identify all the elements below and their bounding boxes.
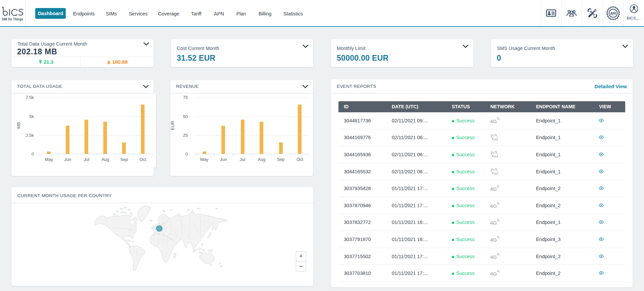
svg-text:2G: 2G [490,150,495,154]
svg-text:SIM for Things: SIM for Things [2,17,23,21]
svg-text:4G: 4G [490,254,497,259]
svg-text:BICS_...: BICS_... [627,16,641,20]
svg-text:2G: 2G [490,133,495,137]
svg-text:2G: 2G [490,167,495,171]
svg-text:API: API [610,11,616,15]
svg-text:4G: 4G [490,237,497,242]
svg-text:4G: 4G [490,271,497,277]
svg-text:4G: 4G [490,118,497,124]
svg-text:4G: 4G [490,186,497,192]
svg-text:4G: 4G [490,220,497,226]
svg-text:4G: 4G [490,203,497,209]
